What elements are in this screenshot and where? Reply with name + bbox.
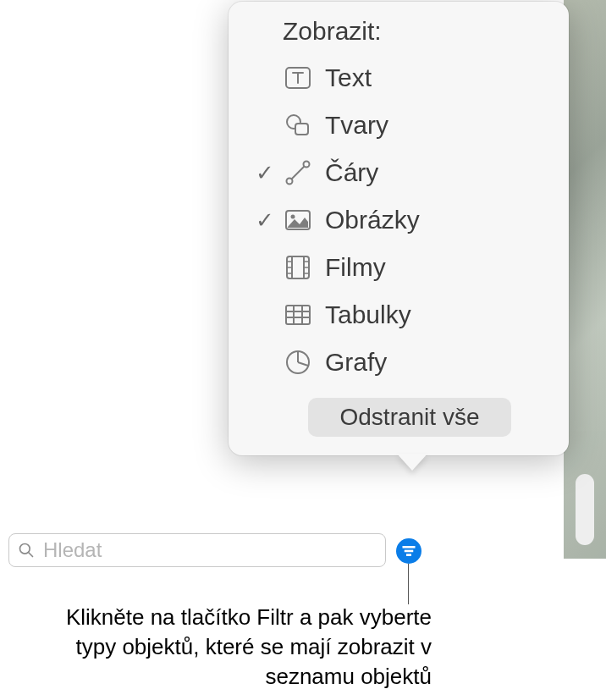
check-icon: ✓ — [256, 209, 274, 231]
filter-item-tables[interactable]: Tabulky — [247, 291, 550, 339]
filter-popover: Zobrazit: Text Tvary — [229, 2, 569, 455]
filter-icon — [401, 543, 416, 559]
popover-header: Zobrazit: — [247, 17, 550, 46]
svg-rect-9 — [295, 124, 308, 135]
filter-item-movies[interactable]: Filmy — [247, 244, 550, 291]
lines-icon — [283, 157, 325, 188]
svg-rect-3 — [405, 550, 414, 553]
images-icon — [283, 205, 325, 235]
check-col: ✓ — [247, 162, 283, 184]
check-col: ✓ — [247, 209, 283, 231]
search-input[interactable] — [43, 538, 377, 562]
caption-text: Klikněte na tlačítko Filtr a pak vyberte… — [25, 603, 432, 692]
check-icon: ✓ — [256, 162, 274, 184]
svg-rect-2 — [403, 546, 416, 548]
filter-item-label: Text — [325, 63, 372, 92]
svg-rect-4 — [406, 554, 411, 556]
text-icon — [283, 63, 325, 93]
filter-item-label: Obrázky — [325, 206, 420, 234]
svg-line-1 — [29, 553, 33, 557]
filter-item-lines[interactable]: ✓ Čáry — [247, 149, 550, 196]
svg-point-11 — [304, 162, 310, 168]
clear-all-button[interactable]: Odstranit vše — [308, 398, 511, 437]
filter-item-label: Grafy — [325, 348, 387, 377]
filter-item-text[interactable]: Text — [247, 54, 550, 102]
movies-icon — [283, 252, 325, 283]
search-field[interactable] — [8, 533, 386, 567]
charts-icon — [283, 347, 325, 378]
filter-button[interactable] — [396, 538, 421, 564]
svg-rect-24 — [286, 306, 310, 324]
callout-leader-line — [408, 564, 409, 604]
svg-line-12 — [292, 167, 305, 179]
shapes-icon — [283, 110, 325, 141]
svg-point-10 — [287, 179, 293, 185]
search-icon — [18, 542, 35, 559]
filter-item-images[interactable]: ✓ Obrázky — [247, 196, 550, 244]
svg-point-14 — [291, 215, 295, 219]
filter-item-label: Tvary — [325, 111, 388, 140]
filter-item-label: Tabulky — [325, 300, 411, 329]
tables-icon — [283, 300, 325, 330]
filter-item-label: Filmy — [325, 253, 386, 282]
document-preview-strip — [564, 0, 606, 559]
filter-menu-list: Text Tvary ✓ Čáry — [247, 54, 550, 386]
filter-item-charts[interactable]: Grafy — [247, 339, 550, 386]
filter-item-label: Čáry — [325, 158, 378, 187]
filter-item-shapes[interactable]: Tvary — [247, 102, 550, 149]
